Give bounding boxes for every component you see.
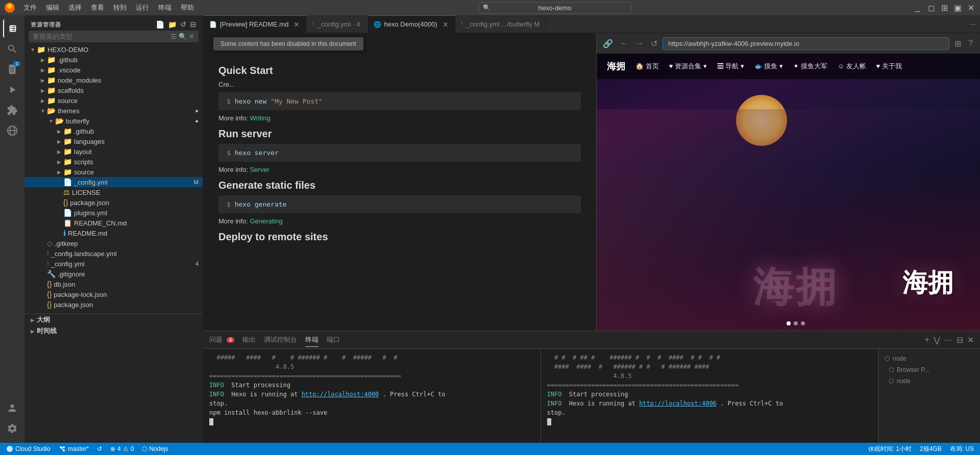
writing-link[interactable]: Writing <box>250 114 270 122</box>
menu-run[interactable]: 运行 <box>132 1 153 14</box>
maximize-icon[interactable]: ◻ <box>926 3 936 13</box>
terminal-pane-2[interactable]: # # # ## # ###### # # # #### # # # # ###… <box>541 349 878 443</box>
menu-help[interactable]: 帮助 <box>177 1 198 14</box>
filter-icon[interactable]: ☰ <box>170 33 177 40</box>
localhost-link[interactable]: http://localhost:4000 <box>302 391 379 398</box>
close-search-icon[interactable]: ✕ <box>189 33 194 40</box>
tab-config-yml-4[interactable]: ! _config.yml · 4 <box>306 15 366 33</box>
tree-item[interactable]: {} package-lock.json <box>24 289 203 299</box>
terminal-tab-terminal[interactable]: 终端 <box>305 333 318 347</box>
tree-item[interactable]: ▶ 📁 .vscode <box>24 65 203 75</box>
terminal-tab-ports[interactable]: 端口 <box>327 333 340 346</box>
tree-item[interactable]: ℹ README.md <box>24 228 203 238</box>
tree-item[interactable]: ◇ .gitkeep <box>24 238 203 248</box>
dot-2[interactable] <box>794 321 798 325</box>
activity-account[interactable] <box>3 399 21 417</box>
tab-more-btn[interactable]: ⋯ <box>965 15 980 33</box>
terminal-list-item-browser[interactable]: ⬡ Browser P... <box>878 364 980 375</box>
activity-run[interactable] <box>3 81 21 99</box>
terminal-list-item-node1[interactable]: ⬡ node <box>878 353 980 364</box>
tab-hexo-demo[interactable]: 🌐 hexo Demo(4000) ✕ <box>368 15 455 33</box>
search-file-icon[interactable]: 🔍 <box>179 33 187 40</box>
menu-view[interactable]: 查看 <box>87 1 108 14</box>
terminal-pane-1[interactable]: ##### #### # # ###### # # ##### # # 4.8.… <box>203 349 541 443</box>
terminal-list-item-node2[interactable]: ⬡ node <box>878 375 980 387</box>
new-folder-icon[interactable]: 📁 <box>168 20 177 29</box>
terminal-tab-debug[interactable]: 调试控制台 <box>264 333 297 346</box>
terminal-more-btn[interactable]: ⋯ <box>944 335 952 345</box>
tree-item[interactable]: ▶ 📁 node_modules <box>24 75 203 85</box>
status-sync[interactable]: ↺ <box>97 445 102 452</box>
preview-nav-army[interactable]: ✦ 摸鱼大军 <box>793 62 827 71</box>
tree-item[interactable]: ▶ 📁 .github <box>24 126 203 136</box>
status-errors[interactable]: ⊗ 4 ⚠ 0 <box>110 445 134 452</box>
tree-item-themes[interactable]: ▼ 📂 themes ● <box>24 106 203 116</box>
terminal-maximize-btn[interactable]: ⊟ <box>957 335 963 345</box>
tree-item[interactable]: {} package.json <box>24 299 203 310</box>
generating-link[interactable]: Generating <box>250 217 282 225</box>
activity-settings[interactable] <box>3 419 21 438</box>
preview-nav-fish[interactable]: 🐟 摸鱼 ▾ <box>754 62 783 71</box>
terminal-close-btn[interactable]: ✕ <box>967 335 974 345</box>
collapse-icon[interactable]: ⊟ <box>190 20 197 29</box>
tree-item[interactable]: 📋 README_CN.md <box>24 218 203 228</box>
tab-config-butterfly[interactable]: ! _config.yml .../butterfly M <box>455 15 547 33</box>
tree-item-butterfly[interactable]: ▼ 📂 butterfly ● <box>24 116 203 126</box>
tree-item[interactable]: ▶ 📁 source <box>24 95 203 106</box>
browser-help-icon[interactable]: ? <box>966 37 975 50</box>
preview-nav-friends[interactable]: ☺ 友人帐 <box>838 62 866 71</box>
preview-nav-nav[interactable]: ☰ 导航 ▾ <box>717 62 744 71</box>
tree-item[interactable]: ! _config.landscape.yml <box>24 248 203 259</box>
tree-item[interactable]: ▶ 📁 source <box>24 167 203 177</box>
status-brand[interactable]: Cloud Studio <box>6 445 51 452</box>
browser-url-input[interactable] <box>663 37 949 50</box>
refresh-icon[interactable]: ↺ <box>180 20 187 29</box>
status-layout[interactable]: 布局: US <box>950 445 974 453</box>
menu-select[interactable]: 选择 <box>64 1 86 14</box>
menu-edit[interactable]: 编辑 <box>42 1 63 14</box>
activity-source-control[interactable]: 1 <box>3 60 21 79</box>
browser-more-icon[interactable]: ⋯ <box>978 37 980 50</box>
dot-1[interactable] <box>787 321 791 325</box>
terminal-tab-output[interactable]: 输出 <box>242 333 256 346</box>
browser-external-icon[interactable]: 🔗 <box>601 37 615 50</box>
search-input[interactable] <box>479 2 632 14</box>
activity-remote[interactable] <box>3 121 21 140</box>
status-branch[interactable]: master* <box>59 445 89 452</box>
tree-item[interactable]: {} package.json <box>24 197 203 208</box>
browser-refresh-icon[interactable]: ↺ <box>649 37 659 50</box>
tab-close-btn[interactable]: ✕ <box>443 20 449 29</box>
tree-item[interactable]: ⚖ LICENSE <box>24 187 203 197</box>
tree-item[interactable]: ▶ 📁 languages <box>24 136 203 146</box>
preview-nav-about[interactable]: ♥ 关于我 <box>876 62 902 71</box>
tree-item[interactable]: 🔧 .gitignore <box>24 269 203 279</box>
layout-icon[interactable]: ⊞ <box>939 3 949 13</box>
menu-file[interactable]: 文件 <box>19 1 41 14</box>
activity-extensions[interactable] <box>3 101 21 119</box>
menu-terminal[interactable]: 终端 <box>154 1 176 14</box>
minimize-icon[interactable]: ⎯ <box>913 3 923 13</box>
tree-item-config-yml[interactable]: 📄 _config.yml M <box>24 177 203 187</box>
status-nodejs[interactable]: ⬡ Nodejs <box>142 445 168 452</box>
tree-item[interactable]: {} db.json <box>24 279 203 289</box>
file-search-input[interactable] <box>33 33 168 40</box>
localhost-link-6[interactable]: http://localhost:4006 <box>639 400 717 407</box>
browser-forward-icon[interactable]: → <box>633 37 646 50</box>
new-file-icon[interactable]: 📄 <box>156 20 165 29</box>
status-sleep-timer[interactable]: 休眠时间: 1小时 <box>868 445 912 453</box>
sidebar-toggle-icon[interactable]: ▣ <box>952 3 963 13</box>
activity-search[interactable] <box>3 40 21 58</box>
terminal-add-btn[interactable]: + <box>925 335 929 344</box>
tree-item[interactable]: ▶ 📁 scaffolds <box>24 85 203 95</box>
browser-split-icon[interactable]: ⊞ <box>952 37 963 50</box>
menu-goto[interactable]: 转到 <box>109 1 131 14</box>
preview-nav-home[interactable]: 🏠 首页 <box>635 62 659 71</box>
tab-preview-readme[interactable]: 📄 [Preview] README.md ✕ <box>203 15 306 33</box>
terminal-tab-problems[interactable]: 问题 4 <box>209 333 234 346</box>
dot-3[interactable] <box>801 321 805 325</box>
tab-close-btn[interactable]: ✕ <box>293 20 300 29</box>
preview-nav-resources[interactable]: ♥ 资源合集 ▾ <box>669 62 707 71</box>
browser-back-icon[interactable]: ← <box>618 37 630 50</box>
tree-item[interactable]: ▶ 📁 layout <box>24 146 203 157</box>
tree-section-timeline[interactable]: ▶ 时间线 <box>24 325 203 337</box>
